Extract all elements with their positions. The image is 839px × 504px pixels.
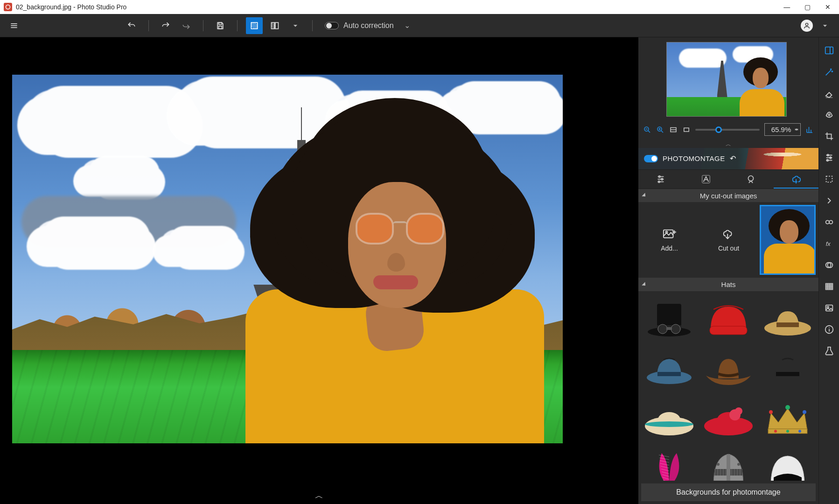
svg-rect-19 [684, 128, 689, 132]
window-maximize[interactable]: ▢ [798, 0, 817, 14]
svg-rect-40 [666, 327, 672, 330]
window-minimize[interactable]: — [777, 0, 796, 14]
canvas-area[interactable]: ︿ [0, 37, 638, 504]
svg-line-11 [648, 131, 650, 133]
photomontage-label: PHOTOMONTAGE [663, 154, 725, 162]
save-icon[interactable] [212, 17, 229, 34]
section-cutouts-header[interactable]: My cut-out images [638, 189, 818, 203]
section-cutouts-title: My cut-out images [700, 192, 757, 200]
hat-knight-helm[interactable] [700, 443, 757, 481]
add-cutout-label: Add... [661, 245, 678, 252]
hat-sunhat-red[interactable] [700, 394, 757, 441]
svg-point-98 [825, 220, 829, 224]
fit-screen-icon[interactable] [669, 126, 678, 134]
svg-point-57 [785, 405, 790, 410]
side-tab-beaker-icon[interactable] [824, 345, 835, 357]
triangle-collapse-icon [642, 282, 647, 287]
view-split-icon[interactable] [266, 17, 283, 34]
svg-rect-47 [776, 372, 799, 376]
redo-icon[interactable] [157, 17, 174, 34]
tab-face-icon[interactable] [728, 170, 774, 189]
cutout-button[interactable]: Cut out [700, 205, 757, 275]
chevron-down-icon[interactable]: ⌄ [404, 21, 410, 30]
zoom-out-icon[interactable] [643, 126, 651, 134]
image-canvas[interactable] [12, 75, 563, 443]
hat-feather[interactable] [641, 443, 698, 481]
side-tab-venn-icon[interactable] [824, 259, 835, 271]
person-cutout-graphic [227, 89, 525, 443]
window-close[interactable]: ✕ [818, 0, 837, 14]
window-title: 02_background.jpg - Photo Studio Pro [16, 3, 126, 11]
account-icon[interactable] [801, 20, 813, 32]
svg-rect-5 [219, 26, 222, 28]
side-tab-expand-icon[interactable] [824, 195, 835, 206]
hat-top-hat[interactable] [641, 295, 698, 342]
zoom-value[interactable]: 65.9% [764, 123, 801, 136]
svg-point-86 [737, 463, 740, 466]
photomontage-banner: PHOTOMONTAGE ↶ [638, 148, 818, 169]
actual-size-icon[interactable] [682, 126, 691, 134]
hat-sunhat-stripe[interactable] [641, 394, 698, 441]
photomontage-reset-icon[interactable]: ↶ [730, 154, 736, 163]
hat-straw-hat[interactable] [759, 295, 816, 342]
backgrounds-label: Backgrounds for photomontage [676, 488, 780, 496]
side-tab-image-icon[interactable] [824, 302, 835, 314]
hats-grid [638, 291, 818, 481]
svg-point-62 [798, 430, 801, 433]
photomontage-toggle[interactable] [644, 155, 658, 162]
hat-moto-helmet[interactable] [759, 443, 816, 481]
svg-point-55 [735, 407, 742, 415]
view-dropdown-icon[interactable] [287, 17, 304, 34]
svg-point-0 [6, 5, 10, 9]
side-tab-fx-icon[interactable]: fx [824, 238, 835, 249]
svg-point-31 [665, 231, 667, 233]
svg-point-85 [717, 463, 720, 466]
side-tab-sliders-icon[interactable] [824, 152, 835, 163]
add-cutout-button[interactable]: Add... [641, 205, 698, 275]
hat-cowboy[interactable] [700, 344, 757, 391]
navigator-thumbnail[interactable] [666, 42, 787, 117]
redo-forward-icon[interactable] [178, 17, 195, 34]
svg-rect-45 [657, 372, 681, 376]
section-hats-header[interactable]: Hats [638, 278, 818, 291]
side-tab-grid-icon[interactable] [824, 281, 835, 292]
zoom-slider[interactable] [695, 129, 760, 131]
hat-fedora-dark[interactable] [759, 344, 816, 391]
side-tab-marquee-icon[interactable] [824, 174, 835, 185]
zoom-controls: 65.9% [638, 121, 818, 140]
tab-stickers-icon[interactable] [774, 170, 819, 189]
account-dropdown-icon[interactable] [817, 17, 833, 34]
undo-icon[interactable] [123, 17, 140, 34]
tab-text-icon[interactable] [684, 170, 729, 189]
side-tab-panel-icon[interactable] [824, 45, 835, 56]
svg-rect-4 [219, 22, 222, 24]
photomontage-tabs [638, 169, 818, 189]
hat-beanie[interactable] [700, 295, 757, 342]
svg-rect-111 [825, 305, 832, 311]
side-tab-crop-icon[interactable] [824, 131, 835, 142]
side-tab-wand-icon[interactable] [824, 66, 835, 77]
collapse-chevron-icon[interactable]: ︿ [638, 140, 818, 148]
panel-expand-up-icon[interactable]: ︿ [315, 490, 323, 501]
svg-point-38 [658, 324, 667, 334]
hat-fedora-blue[interactable] [641, 344, 698, 391]
svg-point-60 [774, 430, 777, 433]
auto-correction-toggle[interactable]: Auto correction ⌄ [321, 21, 414, 30]
backgrounds-button[interactable]: Backgrounds for photomontage [641, 483, 816, 501]
cutout-thumbnail-selected[interactable] [760, 205, 816, 275]
svg-rect-43 [776, 322, 799, 327]
tab-adjust-icon[interactable] [638, 170, 684, 189]
view-single-icon[interactable] [246, 17, 263, 34]
svg-text:fx: fx [825, 240, 831, 247]
side-tab-goggles-icon[interactable] [824, 217, 835, 228]
side-tab-eraser-icon[interactable] [824, 88, 835, 99]
histogram-icon[interactable] [805, 126, 814, 134]
zoom-in-icon[interactable] [656, 126, 664, 134]
side-tab-paint-icon[interactable] [824, 109, 835, 120]
svg-rect-8 [275, 22, 279, 28]
menu-icon[interactable] [6, 17, 22, 34]
toggle-off-icon[interactable] [325, 22, 339, 29]
hat-crown[interactable] [759, 394, 816, 441]
svg-point-50 [645, 421, 693, 427]
side-tab-info-icon[interactable] [824, 324, 835, 335]
